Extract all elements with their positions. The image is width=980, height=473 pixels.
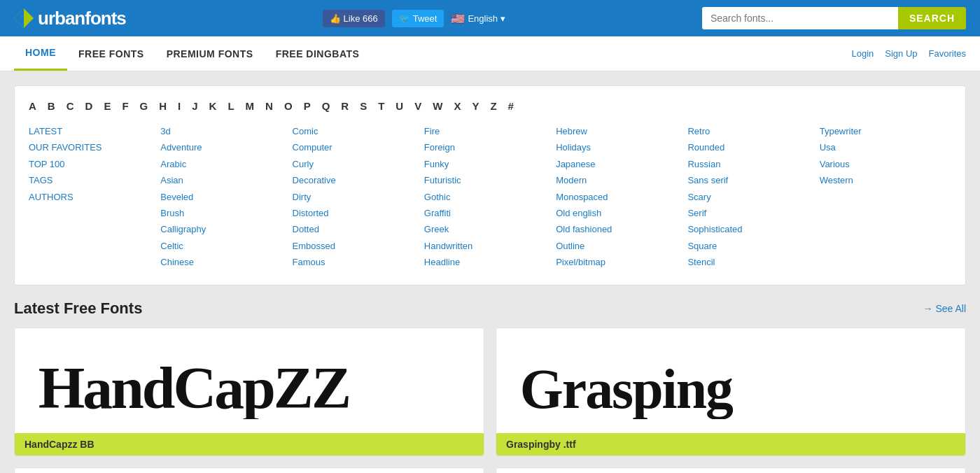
cat-computer[interactable]: Computer (293, 139, 424, 155)
cat-foreign[interactable]: Foreign (424, 139, 556, 155)
cat-scary[interactable]: Scary (687, 189, 819, 205)
cat-western[interactable]: Western (820, 172, 951, 188)
alpha-k[interactable]: K (209, 100, 217, 112)
cat-celtic[interactable]: Celtic (160, 238, 292, 254)
alpha-d[interactable]: D (85, 100, 93, 112)
cat-arabic[interactable]: Arabic (160, 156, 292, 172)
cat-sans-serif[interactable]: Sans serif (687, 172, 819, 188)
cat-serif[interactable]: Serif (687, 205, 819, 221)
nav-free-fonts[interactable]: FREE FONTS (67, 38, 155, 70)
alpha-x[interactable]: X (454, 100, 461, 112)
alpha-s[interactable]: S (360, 100, 367, 112)
alpha-a[interactable]: A (29, 100, 36, 112)
like-button[interactable]: 👍 Like 666 (323, 10, 385, 27)
cat-our-favorites[interactable]: OUR FAVORITES (29, 139, 160, 155)
search-input[interactable] (702, 7, 898, 29)
cat-famous[interactable]: Famous (293, 254, 424, 270)
nav-premium-fonts[interactable]: PREMIUM FONTS (155, 38, 265, 70)
font-card-handcapzz[interactable]: HandCapZZ HandCapzz BB (14, 327, 484, 456)
see-all-link[interactable]: → See All (923, 303, 966, 314)
cat-3d[interactable]: 3d (160, 123, 292, 139)
cat-sophisticated[interactable]: Sophisticated (687, 221, 819, 237)
font-card-bottom-1[interactable]: Fo Bl oc ks (14, 467, 484, 473)
cat-rounded[interactable]: Rounded (687, 139, 819, 155)
cat-authors[interactable]: AUTHORS (29, 189, 160, 205)
cat-asian[interactable]: Asian (160, 172, 292, 188)
cat-tags[interactable]: TAGS (29, 172, 160, 188)
alpha-n[interactable]: N (265, 100, 273, 112)
alpha-m[interactable]: M (246, 100, 255, 112)
alpha-j[interactable]: J (192, 100, 197, 112)
cat-dotted[interactable]: Dotted (293, 221, 424, 237)
alpha-h[interactable]: H (159, 100, 167, 112)
cat-usa[interactable]: Usa (820, 139, 951, 155)
alpha-w[interactable]: W (433, 100, 442, 112)
cat-top100[interactable]: TOP 100 (29, 156, 160, 172)
cat-brush[interactable]: Brush (160, 205, 292, 221)
cat-decorative[interactable]: Decorative (293, 172, 424, 188)
alpha-g[interactable]: G (140, 100, 148, 112)
cat-graffiti[interactable]: Graffiti (424, 205, 556, 221)
alpha-z[interactable]: Z (490, 100, 496, 112)
cat-old-fashioned[interactable]: Old fashioned (556, 221, 687, 237)
cat-outline[interactable]: Outline (556, 238, 687, 254)
search-button[interactable]: SEARCH (898, 7, 966, 29)
cat-beveled[interactable]: Beveled (160, 189, 292, 205)
cat-comic[interactable]: Comic (293, 123, 424, 139)
alpha-q[interactable]: Q (322, 100, 330, 112)
cat-gothic[interactable]: Gothic (424, 189, 556, 205)
cat-various[interactable]: Various (820, 156, 951, 172)
cat-greek[interactable]: Greek (424, 221, 556, 237)
cat-japanese[interactable]: Japanese (556, 156, 687, 172)
font-card-bottom-2[interactable] (496, 467, 966, 473)
alpha-c[interactable]: C (66, 100, 74, 112)
cat-pixel-bitmap[interactable]: Pixel/bitmap (556, 254, 687, 270)
cat-typewriter[interactable]: Typewriter (820, 123, 951, 139)
cat-curly[interactable]: Curly (293, 156, 424, 172)
nav-signup[interactable]: Sign Up (885, 48, 917, 59)
language-button[interactable]: 🇺🇸 English ▾ (451, 12, 505, 25)
cat-embossed[interactable]: Embossed (293, 238, 424, 254)
cat-hebrew[interactable]: Hebrew (556, 123, 687, 139)
cat-adventure[interactable]: Adventure (160, 139, 292, 155)
cat-modern[interactable]: Modern (556, 172, 687, 188)
nav-favorites[interactable]: Favorites (929, 48, 966, 59)
cat-stencil[interactable]: Stencil (687, 254, 819, 270)
cat-futuristic[interactable]: Futuristic (424, 172, 556, 188)
nav-free-dingbats[interactable]: FREE DINGBATS (265, 38, 371, 70)
alpha-l[interactable]: L (227, 100, 234, 112)
cat-old-english[interactable]: Old english (556, 205, 687, 221)
cat-latest[interactable]: LATEST (29, 123, 160, 139)
nav-login[interactable]: Login (851, 48, 874, 59)
alpha-y[interactable]: Y (472, 100, 479, 112)
cat-calligraphy[interactable]: Calligraphy (160, 221, 292, 237)
bottom-fonts-grid: Fo Bl oc ks (14, 467, 966, 473)
alpha-r[interactable]: R (341, 100, 349, 112)
nav-home[interactable]: HOME (14, 36, 67, 71)
cat-distorted[interactable]: Distorted (293, 205, 424, 221)
alpha-i[interactable]: I (178, 100, 181, 112)
cat-funky[interactable]: Funky (424, 156, 556, 172)
alpha-f[interactable]: F (122, 100, 128, 112)
cat-headline[interactable]: Headline (424, 254, 556, 270)
alpha-o[interactable]: O (284, 100, 293, 112)
tweet-button[interactable]: 🐦 Tweet (392, 10, 444, 27)
cat-russian[interactable]: Russian (687, 156, 819, 172)
alpha-b[interactable]: B (48, 100, 55, 112)
alpha-u[interactable]: U (396, 100, 403, 112)
alpha-t[interactable]: T (378, 100, 384, 112)
alpha-e[interactable]: E (104, 100, 111, 112)
cat-fire[interactable]: Fire (424, 123, 556, 139)
cat-dirty[interactable]: Dirty (293, 189, 424, 205)
alpha-p[interactable]: P (304, 100, 311, 112)
alpha-v[interactable]: V (414, 100, 421, 112)
cat-square[interactable]: Square (687, 238, 819, 254)
cat-holidays[interactable]: Holidays (556, 139, 687, 155)
cat-chinese[interactable]: Chinese (160, 254, 292, 270)
alpha-hash[interactable]: # (508, 100, 514, 112)
cat-monospaced[interactable]: Monospaced (556, 189, 687, 205)
cat-retro[interactable]: Retro (687, 123, 819, 139)
font-card-grasping[interactable]: Grasping Graspingby .ttf (496, 327, 966, 456)
cat-handwritten[interactable]: Handwritten (424, 238, 556, 254)
svg-text:HandCapZZ: HandCapZZ (38, 354, 349, 418)
